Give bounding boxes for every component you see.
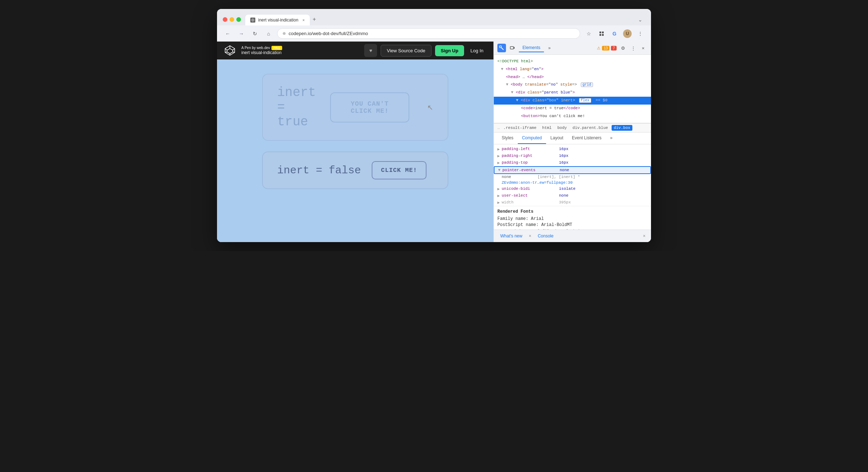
whats-new-close[interactable]: × <box>529 233 531 239</box>
devtools-right-icons: ⚙ ⋮ × <box>619 44 647 52</box>
sub-name: none <box>502 175 530 179</box>
dom-body-badge: grid <box>581 82 593 87</box>
forward-button[interactable]: → <box>236 29 246 39</box>
css-properties: ▶ padding-left 16px ▶ padding-right 16px… <box>494 144 651 230</box>
dom-box-eq: == $0 <box>595 98 607 102</box>
prop-expand-icon: ▶ <box>497 187 502 191</box>
devtools-close-button[interactable]: × <box>639 44 647 52</box>
tab-event-listeners[interactable]: Event Listeners <box>568 133 606 144</box>
tab-bar: inert visual-indication × + ⌄ <box>245 13 645 25</box>
svg-line-10 <box>233 49 235 50</box>
pro-badge: PRO <box>271 46 282 50</box>
tab-close-button[interactable]: × <box>303 18 305 22</box>
refresh-button[interactable]: ↻ <box>250 29 260 39</box>
prop-width[interactable]: ▶ width 395px <box>494 199 651 206</box>
prop-unicode-bidi[interactable]: ▶ unicode-bidi isolate <box>494 186 651 192</box>
svg-line-13 <box>225 52 227 52</box>
prop-padding-right[interactable]: ▶ padding-right 16px <box>494 153 651 159</box>
inert-true-box: inert =true YOU CAN'T CLICK ME! ↖ <box>262 74 448 141</box>
devtools-tab-elements[interactable]: Elements <box>519 44 544 52</box>
svg-rect-4 <box>602 32 604 33</box>
tab-styles[interactable]: Styles <box>497 133 518 144</box>
heart-button[interactable]: ♥ <box>364 44 377 57</box>
prop-user-select[interactable]: ▶ user-select none <box>494 192 651 199</box>
breadcrumb-div-box[interactable]: div.box <box>612 125 632 131</box>
console-tab[interactable]: Console <box>535 232 556 240</box>
prop-value: isolate <box>559 187 575 191</box>
prop-expand-icon: ▶ <box>497 154 502 158</box>
back-button[interactable]: ← <box>223 29 233 39</box>
prop-name: unicode-bidi <box>502 187 559 191</box>
extensions-button[interactable] <box>597 29 607 39</box>
active-tab[interactable]: inert visual-indication × <box>245 15 310 25</box>
tab-layout[interactable]: Layout <box>546 133 568 144</box>
devtools-panel-close[interactable]: × <box>641 233 647 239</box>
codepen-header: A Pen by web.devPRO inert visual-indicat… <box>217 42 493 59</box>
tab-title: inert visual-indication <box>258 18 298 23</box>
breadcrumb-div-parent[interactable]: div.parent.blue <box>570 125 610 131</box>
address-secure-icon: ⊕ <box>283 31 286 36</box>
prop-expand-icon: ▶ <box>497 147 502 151</box>
prop-pointer-events-link[interactable]: ZEvdmmo:anon-tr…ew=fullpage:30 <box>494 180 651 186</box>
maximize-window-button[interactable] <box>236 17 241 22</box>
profile-button[interactable]: U <box>622 29 632 39</box>
nav-right-icons: ☆ G U ⋮ <box>584 29 645 39</box>
svg-line-14 <box>225 49 227 50</box>
signup-button[interactable]: Sign Up <box>435 45 464 56</box>
error-count: 7 <box>611 46 617 50</box>
codepen-logo[interactable] <box>224 45 236 56</box>
tab-computed[interactable]: Computed <box>518 133 546 144</box>
title-bar: inert visual-indication × + ⌄ <box>217 9 651 25</box>
page-content: inert =true YOU CAN'T CLICK ME! ↖ inert … <box>217 59 493 242</box>
bookmark-button[interactable]: ☆ <box>584 29 594 39</box>
prop-name: padding-top <box>502 160 559 165</box>
more-tabs-button[interactable]: ⌄ <box>635 14 645 25</box>
dom-head-line[interactable]: <head> … </head> <box>494 73 651 81</box>
svg-rect-6 <box>602 34 604 36</box>
devtools-menu-button[interactable]: ⋮ <box>629 44 637 52</box>
breadcrumb-html[interactable]: html <box>540 125 554 131</box>
traffic-lights <box>223 17 241 22</box>
dom-tree: <!DOCTYPE html> ▼ <html lang="en"> <head… <box>494 55 651 123</box>
new-tab-button[interactable]: + <box>310 13 319 25</box>
close-window-button[interactable] <box>223 17 227 22</box>
home-button[interactable]: ⌂ <box>264 29 274 39</box>
menu-button[interactable]: ⋮ <box>635 29 645 39</box>
breadcrumb-body[interactable]: body <box>555 125 569 131</box>
tab-more[interactable]: » <box>606 133 617 144</box>
login-button[interactable]: Log In <box>468 45 486 56</box>
google-button[interactable]: G <box>609 29 619 39</box>
inspector-tool-button[interactable] <box>497 44 506 52</box>
prop-name: padding-right <box>502 154 559 158</box>
prop-padding-left[interactable]: ▶ padding-left 16px <box>494 146 651 153</box>
device-toolbar-button[interactable] <box>508 44 517 52</box>
devtools-settings-button[interactable]: ⚙ <box>619 44 627 52</box>
dom-code-line[interactable]: <code>inert = true</code> <box>494 105 651 112</box>
font-family: Family name: Arial <box>497 216 647 221</box>
address-bar[interactable]: ⊕ codepen.io/web-dot-dev/full/ZEvdmmo <box>277 28 580 39</box>
view-source-button[interactable]: View Source Code <box>381 45 431 57</box>
prop-value: none <box>559 193 568 198</box>
prop-name: pointer-events <box>502 168 560 172</box>
breadcrumb-overflow[interactable]: … <box>497 126 500 130</box>
click-me-button[interactable]: CLICK ME! <box>372 161 426 179</box>
inert-true-label: inert =true <box>277 85 316 129</box>
whats-new-tab[interactable]: What's new <box>497 232 525 240</box>
browser-content: A Pen by web.devPRO inert visual-indicat… <box>217 42 651 242</box>
dom-div-parent-line[interactable]: ▼ <div class="parent blue"> <box>494 89 651 97</box>
prop-pointer-events-sub: none [inert], [inert] * <box>494 174 651 180</box>
dom-div-box-line[interactable]: ▼ <div class="box" inert> flex == $0 <box>494 97 651 105</box>
svg-rect-17 <box>510 47 513 49</box>
minimize-window-button[interactable] <box>230 17 234 22</box>
prop-value: 16px <box>559 154 568 158</box>
devtools-more-tabs[interactable]: » <box>545 44 554 52</box>
dom-body-line[interactable]: ▼ <body translate="no" style=> grid <box>494 81 651 89</box>
dom-button-line[interactable]: <button>You can't click me! <box>494 112 651 120</box>
breadcrumb-result-iframe[interactable]: .result-iframe <box>501 125 539 131</box>
prop-expand-icon: ▶ <box>497 193 502 198</box>
prop-pointer-events[interactable]: ▼ pointer-events none <box>494 166 651 174</box>
dom-doctype-line[interactable]: <!DOCTYPE html> <box>494 58 651 66</box>
dom-box-badge: flex <box>579 98 591 103</box>
dom-html-line[interactable]: ▼ <html lang="en"> <box>494 66 651 73</box>
prop-padding-top[interactable]: ▶ padding-top 16px <box>494 159 651 166</box>
